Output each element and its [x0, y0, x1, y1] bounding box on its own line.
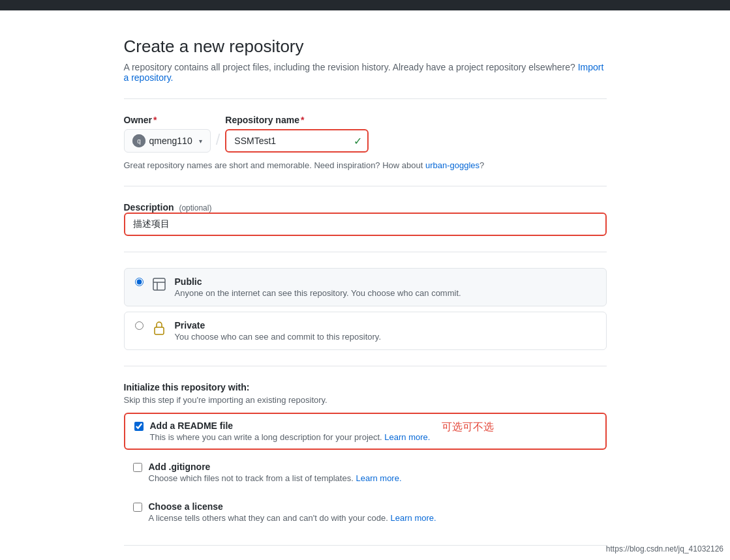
private-repo-icon [151, 320, 167, 338]
owner-name: qmeng110 [149, 136, 192, 146]
divider-5 [124, 545, 607, 546]
readme-option: Add a README file This is where you can … [124, 413, 607, 450]
repo-name-hint: Great repository names are short and mem… [124, 160, 607, 170]
gitignore-desc: Choose which files not to track from a l… [149, 473, 402, 483]
top-bar [0, 0, 730, 10]
repo-name-input[interactable] [225, 129, 369, 153]
divider-3 [124, 252, 607, 252]
license-learn-link[interactable]: Learn more. [391, 513, 436, 523]
gitignore-label: Add .gitignore [149, 462, 402, 472]
owner-label: Owner* [124, 115, 211, 125]
private-radio-desc: You choose who can see and commit to thi… [175, 332, 382, 342]
init-section: Initialize this repository with: Skip th… [124, 382, 607, 529]
repo-name-field-group: Repository name* ✓ [225, 115, 369, 153]
divider-4 [124, 366, 607, 366]
public-radio-desc: Anyone on the internet can see this repo… [175, 288, 461, 298]
readme-checkbox[interactable] [134, 422, 144, 431]
private-radio-label: Private [175, 320, 382, 331]
page-content: Create a new repository A repository con… [111, 10, 620, 560]
public-repo-icon [151, 276, 167, 295]
svg-text:q: q [137, 138, 141, 145]
repo-name-label: Repository name* [225, 115, 369, 125]
visibility-section: Public Anyone on the internet can see th… [124, 268, 607, 350]
repo-suggestion-link[interactable]: urban-goggles [425, 160, 479, 170]
page-subtitle: A repository contains all project files,… [124, 62, 607, 83]
path-slash: / [216, 128, 221, 151]
license-option: Choose a license A license tells others … [124, 495, 607, 529]
owner-avatar: q [132, 134, 145, 147]
public-radio[interactable] [135, 278, 144, 286]
description-section: Description (optional) [124, 202, 607, 236]
chevron-down-icon: ▾ [199, 138, 202, 145]
public-radio-option[interactable]: Public Anyone on the internet can see th… [124, 268, 607, 306]
divider-1 [124, 98, 607, 99]
gitignore-option: Add .gitignore Choose which files not to… [124, 455, 607, 490]
owner-repo-row: Owner* q qmeng110 ▾ / Repository na [124, 115, 607, 153]
page-title: Create a new repository [124, 37, 607, 57]
svg-rect-2 [153, 278, 165, 290]
init-title: Initialize this repository with: [124, 382, 607, 392]
owner-repo-section: Owner* q qmeng110 ▾ / Repository na [124, 115, 607, 170]
gitignore-learn-link[interactable]: Learn more. [356, 473, 401, 483]
description-input-wrapper [124, 213, 607, 236]
private-radio[interactable] [135, 321, 144, 330]
url-watermark: https://blog.csdn.net/jq_41032126 [606, 544, 723, 553]
svg-rect-5 [155, 327, 164, 334]
license-checkbox[interactable] [133, 503, 142, 512]
readme-annotation: 可选可不选 [442, 420, 494, 434]
readme-learn-link[interactable]: Learn more. [384, 432, 430, 442]
owner-avatar-icon: q [132, 134, 145, 147]
description-label: Description (optional) [124, 202, 212, 213]
init-subtitle: Skip this step if you're importing an ex… [124, 395, 607, 405]
private-radio-option[interactable]: Private You choose who can see and commi… [124, 312, 607, 350]
license-label: Choose a license [149, 501, 436, 512]
license-desc: A license tells others what they can and… [149, 513, 436, 523]
gitignore-checkbox[interactable] [133, 463, 142, 472]
readme-label: Add a README file [150, 420, 431, 431]
public-radio-label: Public [175, 276, 461, 287]
owner-field-group: Owner* q qmeng110 ▾ [124, 115, 211, 153]
owner-select[interactable]: q qmeng110 ▾ [124, 129, 211, 153]
description-input[interactable] [124, 213, 607, 236]
check-icon: ✓ [354, 135, 362, 147]
divider-2 [124, 186, 607, 186]
readme-desc: This is where you can write a long descr… [150, 432, 431, 442]
repo-name-input-wrapper: ✓ [225, 129, 369, 153]
